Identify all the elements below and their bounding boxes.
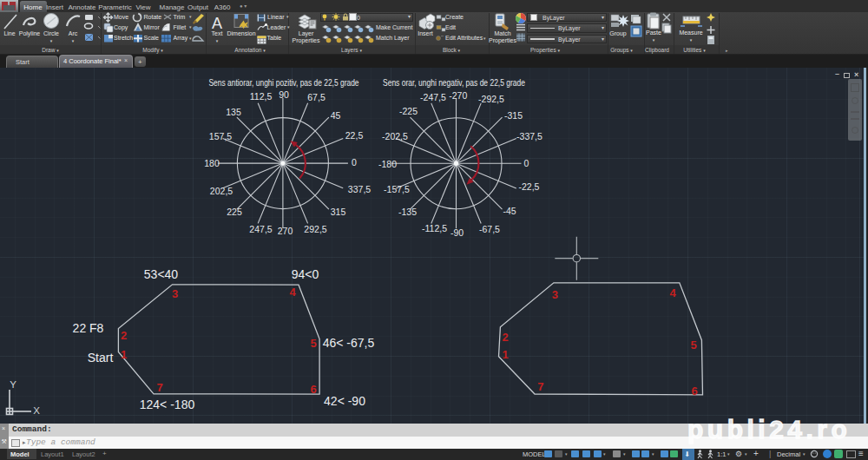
svg-text:4: 4 [670, 286, 677, 299]
svg-text:90: 90 [279, 89, 289, 100]
svg-text:-112,5: -112,5 [422, 223, 447, 233]
svg-text:2: 2 [502, 331, 508, 344]
svg-text:337,5: 337,5 [348, 184, 371, 194]
svg-text:94<0: 94<0 [292, 267, 319, 281]
svg-text:4: 4 [289, 286, 296, 299]
svg-text:247,5: 247,5 [249, 224, 272, 234]
svg-text:1: 1 [121, 348, 127, 361]
svg-text:-202,5: -202,5 [382, 131, 408, 141]
svg-text:-270: -270 [449, 90, 467, 101]
svg-text:-45: -45 [503, 206, 516, 216]
svg-text:202,5: 202,5 [210, 186, 233, 196]
svg-text:42< -90: 42< -90 [324, 394, 365, 408]
svg-text:Start: Start [88, 351, 114, 365]
svg-text:53<40: 53<40 [144, 267, 179, 281]
svg-text:2: 2 [121, 329, 127, 342]
svg-text:0: 0 [352, 157, 357, 168]
svg-text:45: 45 [331, 110, 341, 121]
svg-text:5: 5 [310, 337, 316, 350]
svg-text:225: 225 [227, 207, 242, 217]
svg-text:67,5: 67,5 [307, 92, 326, 102]
svg-text:X: X [33, 405, 40, 416]
svg-text:7: 7 [156, 381, 162, 394]
svg-text:270: 270 [278, 226, 293, 236]
svg-text:-337,5: -337,5 [516, 131, 542, 141]
svg-text:Sens orar, unghi negativ, pas: Sens orar, unghi negativ, pas de 22,5 gr… [383, 77, 525, 88]
svg-text:7: 7 [537, 380, 543, 393]
svg-text:-315: -315 [504, 110, 523, 121]
svg-text:-157,5: -157,5 [384, 184, 410, 194]
svg-text:180: 180 [204, 158, 220, 168]
svg-text:-90: -90 [450, 227, 464, 238]
svg-text:124< -180: 124< -180 [140, 398, 195, 411]
svg-text:112,5: 112,5 [250, 91, 273, 102]
svg-text:-67,5: -67,5 [479, 224, 500, 234]
svg-text:0: 0 [524, 158, 529, 168]
svg-text:-247,5: -247,5 [420, 92, 446, 102]
svg-text:135: 135 [226, 107, 241, 117]
svg-text:3: 3 [552, 288, 558, 301]
svg-text:5: 5 [690, 338, 696, 352]
svg-text:-180: -180 [378, 159, 397, 169]
svg-text:1: 1 [502, 348, 508, 361]
svg-text:46< -67,5: 46< -67,5 [323, 336, 375, 350]
svg-text:6: 6 [691, 384, 697, 398]
svg-text:292,5: 292,5 [304, 224, 326, 234]
svg-text:Sens antiorar, unghi pozitiv,: Sens antiorar, unghi pozitiv, pas de 22,… [209, 77, 359, 88]
svg-text:6: 6 [310, 383, 316, 396]
svg-text:22,5: 22,5 [345, 130, 364, 141]
svg-text:157,5: 157,5 [209, 131, 232, 141]
svg-text:-292,5: -292,5 [478, 94, 504, 104]
svg-text:22 F8: 22 F8 [73, 321, 104, 335]
svg-text:315: 315 [331, 207, 346, 217]
svg-text:3: 3 [172, 287, 178, 300]
svg-text:-135: -135 [398, 207, 417, 217]
svg-text:-22,5: -22,5 [519, 181, 540, 192]
svg-text:-225: -225 [399, 106, 418, 116]
svg-text:Y: Y [10, 379, 16, 390]
